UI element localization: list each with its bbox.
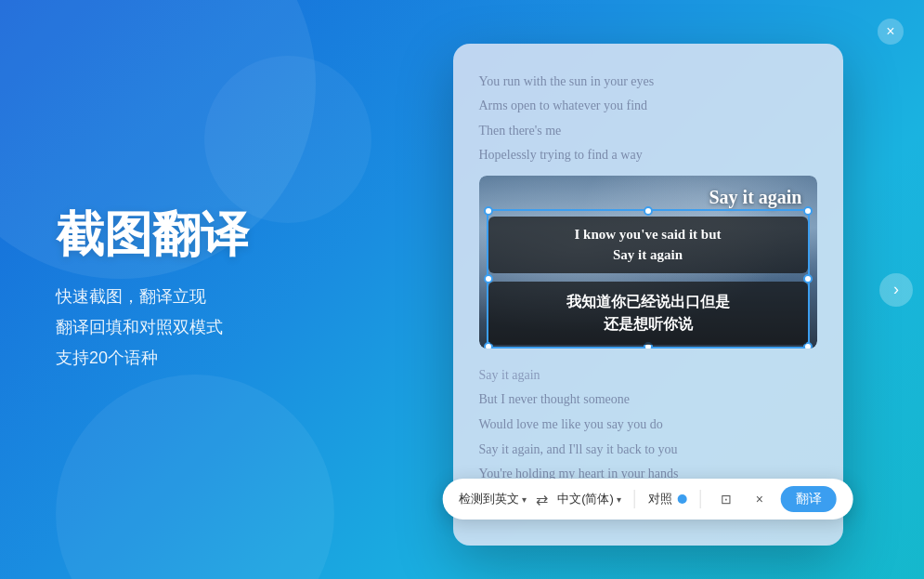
next-slide-button[interactable]: › — [879, 273, 913, 307]
bg-circle-2 — [56, 375, 334, 579]
selected-text-en: I know you've said it but Say it again — [500, 224, 797, 266]
handle-tm[interactable] — [644, 206, 653, 216]
toolbar: 检测到英文 ▾ ⇄ 中文(简体) ▾ 对照 ⊡ × — [442, 479, 853, 520]
detect-chevron-icon: ▾ — [522, 494, 527, 505]
toolbar-close-icon: × — [756, 492, 763, 507]
handle-tr[interactable] — [803, 206, 813, 216]
toolbar-close-button[interactable]: × — [748, 487, 772, 511]
close-button[interactable]: × — [878, 19, 904, 45]
translation-text-zh: 我知道你已经说出口但是 还是想听你说 — [501, 291, 795, 336]
target-language-dropdown[interactable]: 中文(简体) ▾ — [557, 491, 621, 507]
toolbar-divider-1 — [634, 490, 635, 508]
subtitle-line-3: 支持20个语种 — [56, 346, 371, 371]
lyric-line-3: Then there's me — [479, 119, 817, 144]
lyric-line-1: You run with the sun in your eyes — [479, 70, 817, 95]
selected-text-overlay: I know you've said it but Say it again — [488, 217, 808, 273]
handle-tl[interactable] — [484, 206, 493, 216]
card-mockup: You run with the sun in your eyes Arms o… — [453, 44, 843, 546]
lyric-say-again: Say it again — [479, 363, 817, 388]
lyric-bottom-2: Would love me like you say you do — [479, 413, 817, 438]
lyric-line-4: Hopelessly trying to find a way — [479, 143, 817, 168]
say-it-top-text: Say it again — [709, 187, 801, 208]
main-container: × 截图翻译 快速截图，翻译立现 翻译回填和对照双模式 支持20个语种 You … — [0, 0, 924, 579]
copy-button[interactable]: ⊡ — [714, 487, 738, 511]
swap-languages-button[interactable]: ⇄ — [536, 491, 548, 508]
capture-area: Say it again — [479, 176, 817, 349]
target-language-label: 中文(简体) — [557, 491, 614, 507]
capture-image: Say it again — [479, 176, 817, 349]
selected-line-2: Say it again — [613, 247, 683, 262]
subtitle-line-2: 翻译回填和对照双模式 — [56, 315, 371, 340]
lyric-bottom-3: Say it again, and I'll say it back to yo… — [479, 438, 817, 463]
lyric-line-2: Arms open to whatever you find — [479, 94, 817, 119]
contrast-section: 对照 — [648, 491, 687, 507]
toolbar-divider-2 — [700, 490, 701, 508]
translation-result: 我知道你已经说出口但是 还是想听你说 — [488, 282, 808, 345]
bg-circle-3 — [204, 56, 371, 223]
contrast-label: 对照 — [648, 491, 672, 507]
translation-line-2: 还是想听你说 — [604, 316, 693, 332]
target-chevron-icon: ▾ — [617, 494, 621, 505]
detect-language-dropdown[interactable]: 检测到英文 ▾ — [459, 491, 527, 507]
translate-button[interactable]: 翻译 — [781, 486, 837, 512]
right-chevron-icon: › — [893, 280, 899, 299]
contrast-toggle[interactable] — [678, 494, 687, 504]
translation-line-1: 我知道你已经说出口但是 — [566, 294, 730, 309]
copy-icon: ⊡ — [721, 492, 732, 507]
lyrics-top: You run with the sun in your eyes Arms o… — [479, 70, 817, 168]
selected-line-1: I know you've said it but — [575, 227, 722, 242]
toolbar-target-section: 中文(简体) ▾ — [557, 491, 621, 507]
toolbar-detect-section: 检测到英文 ▾ — [459, 491, 527, 507]
subtitle-block: 快速截图，翻译立现 翻译回填和对照双模式 支持20个语种 — [56, 284, 371, 371]
card-content: You run with the sun in your eyes Arms o… — [453, 44, 843, 349]
detect-language-label: 检测到英文 — [459, 491, 519, 507]
right-panel: You run with the sun in your eyes Arms o… — [371, 0, 924, 579]
subtitle-line-1: 快速截图，翻译立现 — [56, 284, 371, 309]
lyric-bottom-1: But I never thought someone — [479, 388, 817, 413]
